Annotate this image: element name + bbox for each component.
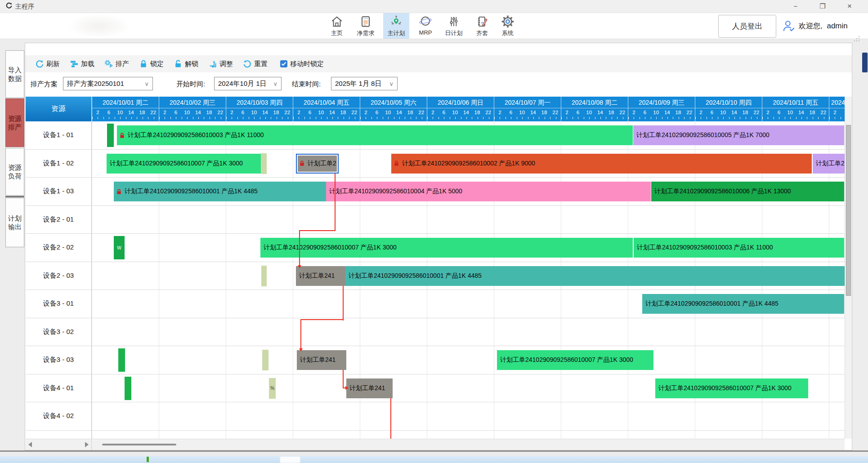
resource-column-scrollbar[interactable] xyxy=(26,439,92,450)
gantt-bar[interactable]: 计划工单24102909092586010007 产品1K 3000 xyxy=(497,350,653,370)
vertical-scrollbar-thumb[interactable] xyxy=(846,125,851,296)
gantt-bar[interactable]: 计划工单2 xyxy=(813,154,845,174)
gantt-bar[interactable]: 计划工单24102909092586010007 产品1K 3000 xyxy=(107,154,261,174)
gantt-bar[interactable]: 计划工单24102909092586010007 产品1K 3000 xyxy=(655,378,808,398)
sidebar-tab-resource-load[interactable]: 资源负荷 xyxy=(5,148,24,196)
unlock-button[interactable]: 解锁 xyxy=(174,59,198,68)
hour-tick-label: 2 xyxy=(833,110,836,115)
end-time-select[interactable]: 2025年 1月 8日∨ xyxy=(331,77,398,90)
hour-tick-label: 18 xyxy=(139,110,145,115)
horizontal-scrollbar-thumb[interactable] xyxy=(102,444,176,445)
move-lock-checkbox[interactable]: 移动时锁定 xyxy=(280,60,324,68)
scroll-right-arrow-icon[interactable] xyxy=(85,442,89,447)
gantt-bar-selected[interactable]: 计划工单2 xyxy=(296,154,339,174)
horizontal-scrollbar[interactable] xyxy=(26,439,845,450)
maximize-button[interactable]: ❐ xyxy=(812,0,833,13)
gantt-bar[interactable]: 计划工单24102909092586010001 产品1K 4485 xyxy=(114,182,326,201)
hour-tick-label: 6 xyxy=(376,110,378,115)
gantt-bar-glyph: W xyxy=(117,245,121,250)
plan-select[interactable]: 排产方案20250101∨ xyxy=(63,77,153,90)
checkbox-checked-icon[interactable] xyxy=(280,60,287,67)
scroll-left-arrow-icon[interactable] xyxy=(28,442,32,447)
lock-icon xyxy=(300,160,304,166)
nav-master-plan[interactable]: 主计划 xyxy=(383,13,409,39)
schedule-button[interactable]: 排产 xyxy=(104,59,129,68)
user-icon xyxy=(782,19,796,33)
gantt-bar[interactable]: 计划工单241 xyxy=(297,350,346,370)
resize-grip[interactable] xyxy=(854,36,860,42)
gantt-bar[interactable] xyxy=(261,266,267,286)
hour-tick-label: 14 xyxy=(530,110,536,115)
gantt-bar[interactable]: 计划工单24102909092586010003 产品1K 11000 xyxy=(117,125,633,145)
dependency-line xyxy=(390,398,391,439)
gantt-bar[interactable]: % xyxy=(269,378,276,399)
nav-kitting[interactable]: 齐套 xyxy=(469,13,495,39)
minimize-button[interactable]: − xyxy=(785,0,806,13)
gantt-bar-label: 计划工单2 xyxy=(304,160,336,168)
start-time-label: 开始时间: xyxy=(176,80,205,89)
hour-tick-label: 18 xyxy=(273,110,279,115)
close-button[interactable]: × xyxy=(839,0,860,13)
day-date-label: 2024/10/06 周日 xyxy=(427,97,494,108)
gantt-bar[interactable] xyxy=(125,377,131,400)
vertical-scrollbar[interactable] xyxy=(845,97,852,439)
gantt-bar-label: 计划工单24102909092586010004 产品1K 5000 xyxy=(326,187,462,196)
gantt-bar[interactable] xyxy=(107,124,114,147)
resource-label: 设备1 - 01 xyxy=(26,121,92,149)
gantt-bar[interactable]: 计划工单24102909092586010002 产品1K 9000 xyxy=(391,154,812,174)
hour-tick-label: 10 xyxy=(251,110,257,115)
nav-net-demand[interactable]: 净需求 xyxy=(353,13,379,39)
logout-button[interactable]: 人员登出 xyxy=(718,15,776,38)
resource-column-header: 资源 xyxy=(26,97,92,121)
hour-tick-label: 6 xyxy=(644,110,646,115)
nav-day-plan[interactable]: 日计划 xyxy=(441,13,467,39)
taskbar-app-icon[interactable] xyxy=(147,457,149,462)
gantt-bar[interactable]: 计划工单24102909092586010003 产品1K 11000 xyxy=(634,238,844,258)
refresh-button[interactable]: 刷新 xyxy=(35,59,60,68)
gantt-bar[interactable]: 计划工单24102909092586010007 产品1K 3000 xyxy=(260,238,633,258)
hour-tick-label: 14 xyxy=(195,110,201,115)
taskbar-widget[interactable] xyxy=(280,456,300,463)
right-edge-scroll-thumb[interactable] xyxy=(862,53,868,72)
gantt-bar[interactable] xyxy=(261,153,267,174)
gantt-bar[interactable] xyxy=(262,350,268,370)
dependency-arrow-icon xyxy=(345,386,349,390)
resource-label: 设备2 - 01 xyxy=(26,206,92,234)
sidebar-tab-resource-scheduling[interactable]: 资源排产 xyxy=(5,98,24,147)
gantt-row-chart-area xyxy=(92,431,845,439)
gantt-bar[interactable]: 计划工单24102909092586010001 产品1K 4485 xyxy=(345,266,845,286)
adjust-button[interactable]: 调整 xyxy=(208,59,233,68)
hour-tick-label: 2 xyxy=(766,110,769,115)
gantt-day-header: 2024/10/05 周六2610141822 xyxy=(360,97,427,121)
gantt-bar[interactable]: 计划工单241 xyxy=(346,378,393,398)
hour-tick-label: 2 xyxy=(565,110,568,115)
hour-tick-label: 14 xyxy=(798,110,804,115)
nav-system[interactable]: 系统 xyxy=(495,13,521,39)
hour-tick-label: 22 xyxy=(619,110,625,115)
nav-mrp[interactable]: MRP xyxy=(412,13,438,39)
gantt-bar[interactable]: 计划工单24102909092586010006 产品1K 13000 xyxy=(651,182,844,201)
hour-tick-label: 2 xyxy=(364,110,367,115)
gantt-bar[interactable]: 计划工单24102909092586010005 产品1K 7000 xyxy=(633,125,844,145)
user-name: admin xyxy=(827,22,847,31)
gantt-row: 设备1 - 03 计划工单24102909092586010001 产品1K 4… xyxy=(26,178,845,206)
hour-tick-label: 14 xyxy=(329,110,335,115)
reset-button[interactable]: 重置 xyxy=(243,59,268,68)
lock-button[interactable]: 锁定 xyxy=(139,59,164,68)
start-time-select[interactable]: 2024年10月 1日∨ xyxy=(214,77,282,90)
hour-tick-label: 22 xyxy=(351,110,357,115)
gantt-bar[interactable]: 计划工单24102909092586010004 产品1K 5000 xyxy=(326,182,651,201)
sidebar-tab-plan-output[interactable]: 计划输出 xyxy=(5,198,24,247)
gantt-day-header: 2024/10/01 周二2610141822 xyxy=(92,97,159,121)
gantt-bar[interactable]: 计划工单24102909092586010001 产品1K 4485 xyxy=(642,294,844,314)
title-bar[interactable]: 主程序 − ❐ × xyxy=(0,0,868,13)
nav-home[interactable]: 主页 xyxy=(324,13,350,39)
gantt-bar[interactable] xyxy=(118,348,125,372)
load-button[interactable]: 加载 xyxy=(70,59,94,68)
sidebar-divider xyxy=(5,196,24,197)
gantt-bar[interactable]: W xyxy=(114,236,125,259)
gantt-bar-label: 计划工单241 xyxy=(297,356,336,364)
gantt-bar[interactable]: 计划工单241 xyxy=(296,266,345,286)
hour-tick-label: 18 xyxy=(407,110,413,115)
sidebar-tab-import-data[interactable]: 导入数据 xyxy=(5,50,24,98)
